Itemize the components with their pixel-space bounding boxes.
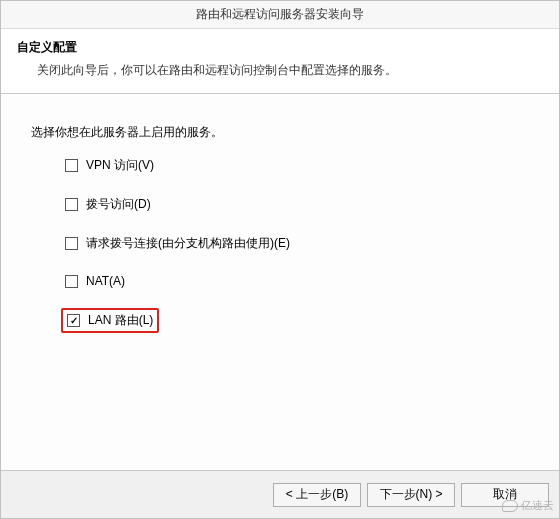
checkbox-icon xyxy=(65,159,78,172)
selection-prompt: 选择你想在此服务器上启用的服务。 xyxy=(31,124,529,141)
option-dialup-access[interactable]: 拨号访问(D) xyxy=(61,194,155,215)
checkbox-icon xyxy=(67,314,80,327)
window-title: 路由和远程访问服务器安装向导 xyxy=(196,6,364,23)
checkbox-icon xyxy=(65,237,78,250)
wizard-content: 选择你想在此服务器上启用的服务。 VPN 访问(V) 拨号访问(D) 请求拨号连… xyxy=(1,94,559,470)
title-bar: 路由和远程访问服务器安装向导 xyxy=(1,1,559,29)
wizard-header: 自定义配置 关闭此向导后，你可以在路由和远程访问控制台中配置选择的服务。 xyxy=(1,29,559,94)
next-button[interactable]: 下一步(N) > xyxy=(367,483,455,507)
option-lan-routing[interactable]: LAN 路由(L) xyxy=(61,308,159,333)
option-label: VPN 访问(V) xyxy=(86,157,154,174)
option-nat[interactable]: NAT(A) xyxy=(61,272,129,290)
option-label: NAT(A) xyxy=(86,274,125,288)
checkbox-icon xyxy=(65,198,78,211)
options-group: VPN 访问(V) 拨号访问(D) 请求拨号连接(由分支机构路由使用)(E) N… xyxy=(61,155,529,333)
option-demand-dial[interactable]: 请求拨号连接(由分支机构路由使用)(E) xyxy=(61,233,294,254)
checkbox-icon xyxy=(65,275,78,288)
wizard-window: 路由和远程访问服务器安装向导 自定义配置 关闭此向导后，你可以在路由和远程访问控… xyxy=(0,0,560,519)
option-label: 拨号访问(D) xyxy=(86,196,151,213)
page-title: 自定义配置 xyxy=(17,39,543,56)
option-label: 请求拨号连接(由分支机构路由使用)(E) xyxy=(86,235,290,252)
page-description: 关闭此向导后，你可以在路由和远程访问控制台中配置选择的服务。 xyxy=(37,62,543,79)
option-vpn-access[interactable]: VPN 访问(V) xyxy=(61,155,158,176)
button-bar: < 上一步(B) 下一步(N) > 取消 xyxy=(1,470,559,518)
option-label: LAN 路由(L) xyxy=(88,312,153,329)
back-button[interactable]: < 上一步(B) xyxy=(273,483,361,507)
cancel-button[interactable]: 取消 xyxy=(461,483,549,507)
